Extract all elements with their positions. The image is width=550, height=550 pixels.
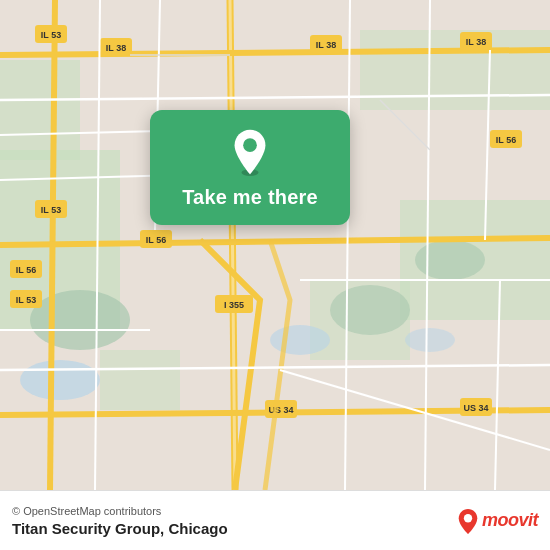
map-area[interactable]: I 355 I 355 IL 53 IL 53 IL 53 IL 38 IL 3… bbox=[0, 0, 550, 490]
svg-text:IL 38: IL 38 bbox=[466, 37, 486, 47]
moovit-pin-icon bbox=[457, 508, 479, 534]
svg-text:IL 56: IL 56 bbox=[496, 135, 516, 145]
svg-point-12 bbox=[405, 328, 455, 352]
svg-text:US 34: US 34 bbox=[463, 403, 488, 413]
svg-rect-9 bbox=[100, 350, 180, 410]
svg-point-7 bbox=[330, 285, 410, 335]
moovit-brand-text: moovit bbox=[482, 510, 538, 531]
svg-rect-3 bbox=[360, 30, 550, 110]
svg-rect-2 bbox=[0, 60, 80, 160]
svg-text:I 355: I 355 bbox=[224, 300, 244, 310]
take-me-card[interactable]: Take me there bbox=[150, 110, 350, 225]
svg-text:IL 53: IL 53 bbox=[16, 295, 36, 305]
svg-text:IL 56: IL 56 bbox=[146, 235, 166, 245]
svg-text:IL 53: IL 53 bbox=[41, 205, 61, 215]
location-pin-icon bbox=[226, 128, 274, 176]
svg-point-10 bbox=[20, 360, 100, 400]
take-me-button[interactable]: Take me there bbox=[182, 186, 318, 209]
moovit-logo: moovit bbox=[457, 508, 538, 534]
svg-point-6 bbox=[30, 290, 130, 350]
svg-point-40 bbox=[243, 138, 257, 152]
svg-point-8 bbox=[415, 240, 485, 280]
svg-text:IL 38: IL 38 bbox=[316, 40, 336, 50]
map-svg: I 355 I 355 IL 53 IL 53 IL 53 IL 38 IL 3… bbox=[0, 0, 550, 490]
bottom-bar: © OpenStreetMap contributors Titan Secur… bbox=[0, 490, 550, 550]
svg-text:IL 56: IL 56 bbox=[16, 265, 36, 275]
svg-text:IL 38: IL 38 bbox=[106, 43, 126, 53]
svg-text:IL 53: IL 53 bbox=[41, 30, 61, 40]
svg-text:US 34: US 34 bbox=[268, 405, 293, 415]
svg-point-11 bbox=[270, 325, 330, 355]
svg-point-41 bbox=[464, 514, 472, 522]
